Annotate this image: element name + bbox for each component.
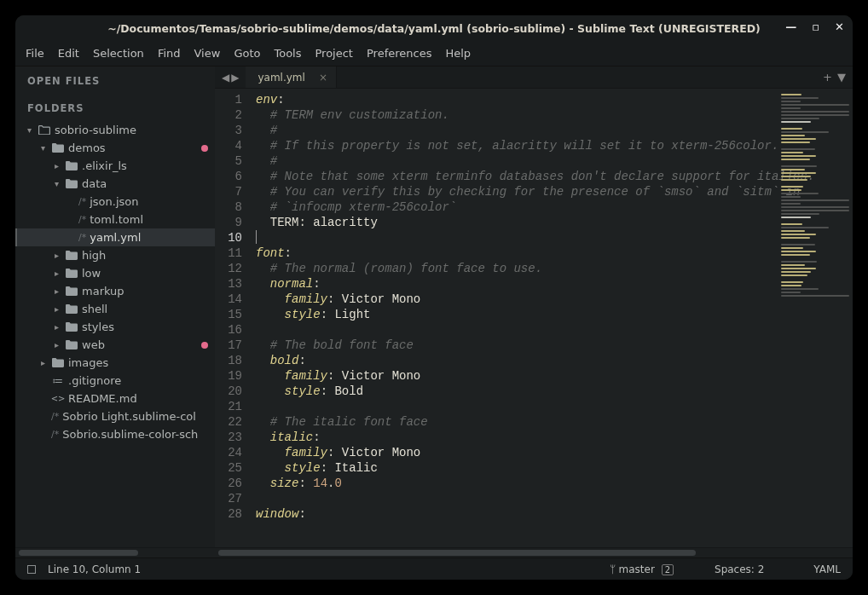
code-line[interactable]: # If this property is not set, alacritty…: [256, 138, 848, 153]
file-readme.md[interactable]: <>README.md: [15, 390, 215, 407]
tree-label: data: [82, 177, 107, 190]
menu-find[interactable]: Find: [158, 47, 181, 60]
code-line[interactable]: # The normal (roman) font face to use.: [256, 261, 848, 276]
code-line[interactable]: style: Italic: [256, 460, 848, 476]
tab-yaml[interactable]: yaml.yml ×: [246, 66, 336, 88]
code-line[interactable]: # TERM env customization.: [256, 107, 848, 123]
tab-nav-prev-icon[interactable]: ◀: [222, 72, 229, 84]
new-tab-icon[interactable]: +: [823, 71, 832, 84]
folder-markup[interactable]: ▸markup: [15, 282, 215, 300]
file-ext-icon: /*: [78, 196, 86, 207]
titlebar: ~/Documentos/Temas/sobrio-sublime/demos/…: [15, 15, 853, 41]
folder-data[interactable]: ▾data: [15, 175, 215, 193]
code-line[interactable]: [256, 230, 848, 246]
syntax-status[interactable]: YAML: [813, 563, 841, 575]
menu-selection[interactable]: Selection: [93, 47, 144, 60]
code-line[interactable]: family: Victor Mono: [256, 445, 848, 460]
window-title: ~/Documentos/Temas/sobrio-sublime/demos/…: [107, 22, 761, 35]
folder-high[interactable]: ▸high: [15, 246, 215, 264]
folder-images[interactable]: ▸images: [15, 354, 215, 372]
tab-close-icon[interactable]: ×: [319, 72, 327, 84]
code-line[interactable]: family: Victor Mono: [256, 368, 848, 384]
code-line[interactable]: #: [256, 153, 848, 169]
code-line[interactable]: # `infocmp xterm-256color`: [256, 199, 848, 215]
code-line[interactable]: family: Victor Mono: [256, 292, 848, 307]
folder-demos[interactable]: ▾demos: [15, 139, 215, 157]
file-sobrio light.sublime-col[interactable]: /*Sobrio Light.sublime-col: [15, 407, 215, 425]
code-line[interactable]: font:: [256, 246, 848, 261]
file-toml.toml[interactable]: /*toml.toml: [15, 211, 215, 228]
code-line[interactable]: TERM: alacritty: [256, 215, 848, 230]
menu-edit[interactable]: Edit: [58, 47, 79, 60]
chevron-icon: ▸: [55, 161, 63, 170]
code-line[interactable]: # You can verify this by checking for th…: [256, 184, 848, 199]
code-line[interactable]: # The bold font face: [256, 338, 848, 353]
file-ext-icon: /*: [78, 232, 86, 243]
folder-icon: [65, 269, 78, 278]
folder-icon: [65, 161, 78, 170]
code-line[interactable]: italic:: [256, 430, 848, 445]
statusbar: Line 10, Column 1 ᛘ master 2 Spaces: 2 Y…: [15, 557, 853, 580]
menu-preferences[interactable]: Preferences: [367, 47, 431, 60]
menu-project[interactable]: Project: [315, 47, 352, 60]
maximize-button[interactable]: ▫: [812, 21, 819, 32]
minimize-button[interactable]: —: [785, 21, 796, 32]
close-button[interactable]: ✕: [835, 21, 844, 32]
window-controls: — ▫ ✕: [785, 21, 844, 32]
code-line[interactable]: # The italic font face: [256, 414, 848, 430]
branch-icon: ᛘ: [610, 563, 619, 575]
indentation-status[interactable]: Spaces: 2: [715, 563, 764, 575]
editor-scrollbar[interactable]: [215, 547, 853, 557]
vcs-modified-dot-icon: [201, 145, 208, 152]
code-line[interactable]: bold:: [256, 353, 848, 368]
file-sobrio.sublime-color-sch[interactable]: /*Sobrio.sublime-color-sch: [15, 425, 215, 443]
code-line[interactable]: [256, 399, 848, 414]
folder-icon: [65, 304, 78, 314]
file-yaml.yml[interactable]: /*yaml.yml: [15, 228, 215, 246]
sidebar: OPEN FILES FOLDERS ▾sobrio-sublime▾demos…: [15, 66, 215, 557]
code-line[interactable]: env:: [256, 92, 848, 107]
file-json.json[interactable]: /*json.json: [15, 193, 215, 211]
chevron-icon: ▸: [55, 322, 63, 332]
code-line[interactable]: style: Light: [256, 307, 848, 322]
chevron-icon: ▸: [55, 340, 63, 349]
code[interactable]: env: # TERM env customization. # # If th…: [251, 89, 853, 547]
folder-.elixir_ls[interactable]: ▸.elixir_ls: [15, 157, 215, 175]
tree-label: styles: [82, 321, 114, 333]
tab-nav-next-icon[interactable]: ▶: [231, 72, 239, 84]
menu-tools[interactable]: Tools: [274, 47, 301, 60]
code-line[interactable]: #: [256, 123, 848, 138]
editor-area: ◀ ▶ yaml.yml × + ▼ 123456789101112131415…: [215, 66, 853, 557]
code-line[interactable]: # Note that some xterm terminfo database…: [256, 169, 848, 184]
folder-icon: [65, 340, 78, 349]
folders-header: FOLDERS: [15, 94, 215, 121]
code-line[interactable]: size: 14.0: [256, 476, 848, 491]
menu-help[interactable]: Help: [445, 47, 471, 60]
code-line[interactable]: [256, 322, 848, 338]
menu-file[interactable]: File: [26, 47, 44, 60]
cursor-position[interactable]: Line 10, Column 1: [48, 563, 141, 575]
folder-web[interactable]: ▸web: [15, 336, 215, 354]
code-line[interactable]: normal:: [256, 276, 848, 292]
menubar: FileEditSelectionFindViewGotoToolsProjec…: [15, 41, 853, 66]
code-line[interactable]: [256, 491, 848, 506]
code-line[interactable]: window:: [256, 506, 848, 522]
tree-label: low: [82, 267, 101, 280]
tree-label: Sobrio.sublime-color-sch: [62, 428, 198, 441]
folder-tree: ▾sobrio-sublime▾demos▸.elixir_ls▾data/*j…: [15, 121, 215, 547]
folder-low[interactable]: ▸low: [15, 264, 215, 282]
folder-styles[interactable]: ▸styles: [15, 318, 215, 336]
chevron-icon: ▸: [55, 251, 63, 260]
file-.gitignore[interactable]: ≔.gitignore: [15, 372, 215, 390]
folder-shell[interactable]: ▸shell: [15, 300, 215, 318]
folder-sobrio-sublime[interactable]: ▾sobrio-sublime: [15, 121, 215, 139]
menu-goto[interactable]: Goto: [234, 47, 260, 60]
tab-menu-icon[interactable]: ▼: [837, 71, 846, 84]
git-branch[interactable]: ᛘ master 2: [610, 563, 674, 575]
sidebar-scrollbar[interactable]: [15, 547, 215, 557]
code-line[interactable]: style: Bold: [256, 384, 848, 399]
branch-count: 2: [662, 564, 674, 575]
code-view[interactable]: 1234567891011121314151617181920212223242…: [215, 89, 853, 547]
panel-toggle-icon[interactable]: [27, 565, 36, 574]
menu-view[interactable]: View: [194, 47, 221, 60]
